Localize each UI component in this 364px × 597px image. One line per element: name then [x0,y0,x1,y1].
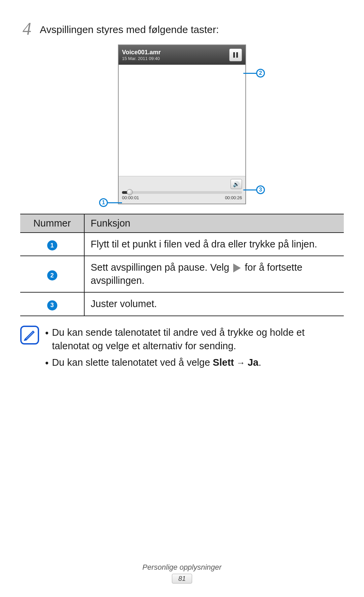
page-footer: Personlige opplysninger 81 [0,563,364,584]
col-header-number: Nummer [20,214,84,233]
row-text-3: Juster volumet. [84,292,344,316]
slider-thumb[interactable] [127,189,133,195]
callout-2: 2 [256,69,265,78]
page-number: 81 [172,574,192,584]
play-icon [233,264,241,272]
volume-icon: 🔊 [233,181,240,187]
function-table: Nummer Funksjon 1 Flytt til et punkt i f… [20,214,344,316]
row-badge-1: 1 [47,240,57,250]
list-item: • Du kan slette talenotatet ved å velge … [45,356,344,370]
pause-icon [233,52,238,58]
note-block: • Du kan sende talenotatet til andre ved… [20,326,344,373]
table-row: 1 Flytt til et punkt i filen ved å dra e… [20,233,344,256]
callout-1: 1 [99,198,108,207]
note-list: • Du kan sende talenotatet til andre ved… [45,326,344,373]
callout-3-line [243,189,257,190]
time-total: 00:00:26 [225,195,242,200]
callout-1-line [107,202,122,203]
callout-2-line [243,73,257,74]
table-row: 3 Juster volumet. [20,292,344,316]
footer-section: Personlige opplysninger [0,563,364,572]
row-badge-2: 2 [47,270,57,280]
recording-filename: Voice001.amr [122,49,161,56]
note-item-1: Du kan sende talenotatet til andre ved å… [52,326,344,353]
row-badge-3: 3 [47,300,57,310]
col-header-function: Funksjon [84,214,344,233]
pause-button[interactable] [229,49,242,61]
recording-date: 15 Mar. 2011 09:40 [122,56,161,61]
phone-screenshot: Voice001.amr 15 Mar. 2011 09:40 🔊 [20,44,344,204]
phone-footer: 🔊 00:00:01 00:00:26 [119,176,245,204]
row-text-2: Sett avspillingen på pause. Velg for å f… [84,256,344,292]
time-current: 00:00:01 [122,195,139,200]
phone-frame: Voice001.amr 15 Mar. 2011 09:40 🔊 [118,44,246,204]
row-text-1: Flytt til et punkt i filen ved å dra ell… [84,233,344,256]
step-row: 4 Avspillingen styres med følgende taste… [20,20,344,38]
volume-button[interactable]: 🔊 [231,179,242,189]
list-item: • Du kan sende talenotatet til andre ved… [45,326,344,353]
note-item-2: Du kan slette talenotatet ved å velge Sl… [52,356,261,370]
step-number: 4 [20,20,34,38]
progress-slider[interactable] [122,191,242,194]
note-icon [20,326,39,345]
step-text: Avspillingen styres med følgende taster: [40,20,219,37]
table-row: 2 Sett avspillingen på pause. Velg for å… [20,256,344,292]
callout-3: 3 [256,185,265,194]
phone-body [119,65,245,176]
phone-header: Voice001.amr 15 Mar. 2011 09:40 [119,45,245,65]
